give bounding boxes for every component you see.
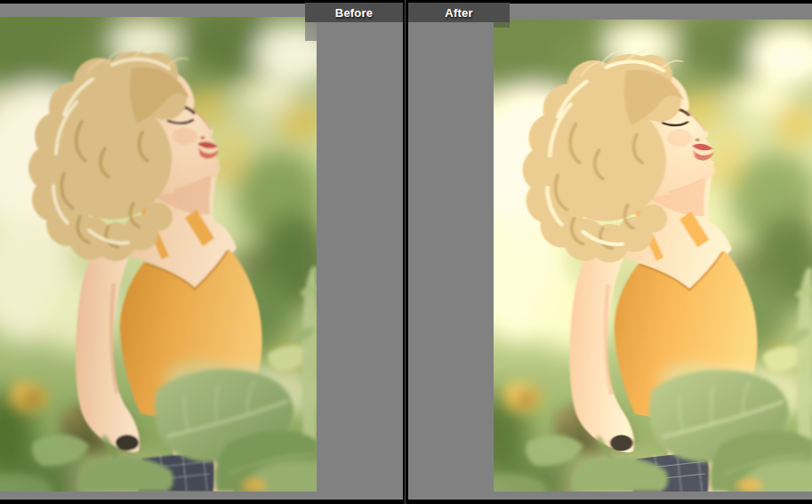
pane-divider: [403, 0, 408, 504]
before-photo-image: [0, 17, 317, 492]
after-tab-label: After: [445, 6, 472, 20]
after-photo[interactable]: [494, 20, 812, 492]
before-tab-shadow-overlay: [305, 22, 317, 41]
before-photo[interactable]: [0, 17, 317, 492]
before-tab-label: Before: [335, 6, 373, 20]
after-photo-image: [494, 20, 812, 492]
divider-inner-line: [405, 0, 406, 504]
after-tab: After: [408, 3, 510, 22]
before-after-view: Before After: [0, 0, 812, 504]
before-tab: Before: [305, 3, 403, 22]
after-tab-shadow-overlay: [494, 22, 510, 28]
